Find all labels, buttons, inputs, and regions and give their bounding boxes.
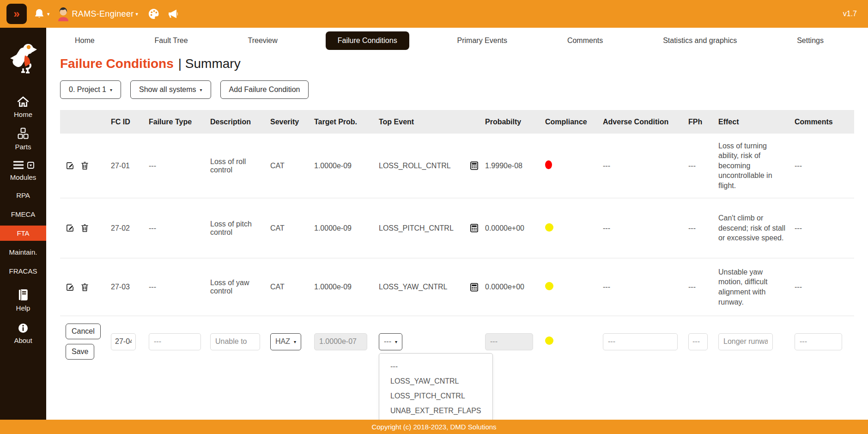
- failure-type-input[interactable]: [149, 333, 201, 350]
- edit-row-icon[interactable]: [66, 161, 74, 170]
- sidebar-item-parts[interactable]: Parts: [0, 123, 46, 155]
- compliance-status-dot: [545, 223, 553, 232]
- delete-row-icon[interactable]: [81, 224, 89, 232]
- tab-statistics-and-graphics[interactable]: Statistics and graphics: [651, 31, 749, 50]
- dropdown-option[interactable]: UNAB_EXT_RETR_FLAPS: [379, 403, 492, 418]
- avatar: [56, 6, 70, 21]
- severity-select[interactable]: HAZ▾: [270, 333, 301, 350]
- home-icon: [17, 96, 29, 109]
- sidebar-item-modules[interactable]: Modules: [0, 155, 46, 186]
- description-cell: Loss of roll control: [210, 158, 270, 174]
- description-cell: Loss of pitch control: [210, 220, 270, 237]
- tab-primary-events[interactable]: Primary Events: [445, 31, 519, 50]
- table-header-row: FC ID Failure Type Description Severity …: [60, 110, 854, 134]
- bell-icon: [33, 8, 45, 20]
- description-input[interactable]: [210, 333, 260, 350]
- probability-cell: 0.0000e+00: [485, 283, 545, 291]
- description-cell: Loss of yaw control: [210, 279, 270, 295]
- page-title: Failure Conditions: [60, 56, 174, 71]
- comments-cell: ---: [795, 224, 854, 232]
- fc-id-cell: 27-03: [111, 283, 149, 291]
- cancel-button[interactable]: Cancel: [66, 324, 101, 339]
- compliance-status-dot: [545, 282, 553, 290]
- tab-fault-tree[interactable]: Fault Tree: [143, 31, 200, 50]
- notifications-menu[interactable]: ▾: [33, 8, 50, 20]
- delete-row-icon[interactable]: [81, 161, 89, 170]
- book-icon: [18, 289, 29, 302]
- modules-dropdown-icon[interactable]: [27, 162, 34, 170]
- comments-input[interactable]: [795, 333, 842, 350]
- app-logo-bird: [7, 41, 39, 76]
- failure-conditions-table: FC ID Failure Type Description Severity …: [60, 110, 854, 360]
- edit-row-icon[interactable]: [66, 224, 74, 232]
- fph-cell: ---: [688, 283, 718, 291]
- effect-cell: Unstable yaw motion, difficult alignment…: [718, 263, 795, 312]
- comments-cell: ---: [795, 283, 854, 291]
- chevron-down-icon: ▾: [200, 87, 202, 92]
- calculator-icon[interactable]: [470, 161, 479, 170]
- sidebar-item-rpa[interactable]: RPA: [0, 186, 46, 205]
- page-subtitle: | Summary: [178, 56, 241, 71]
- footer: Copyright (c) 2018-2023, DMD Solutions: [0, 420, 868, 434]
- sidebar-expand-button[interactable]: »: [6, 4, 27, 24]
- tab-treeview[interactable]: Treeview: [236, 31, 290, 50]
- fc-id-cell: 27-01: [111, 162, 149, 170]
- tab-comments[interactable]: Comments: [555, 31, 615, 50]
- adverse-condition-cell: ---: [603, 224, 688, 232]
- fph-cell: ---: [688, 224, 718, 232]
- sidebar-item-about[interactable]: About: [0, 318, 46, 349]
- table-row: 27-01 --- Loss of roll control CAT 1.000…: [60, 134, 854, 198]
- comments-cell: ---: [795, 162, 854, 170]
- calculator-icon[interactable]: [470, 224, 479, 232]
- main-content: Home Fault Tree Treeview Failure Conditi…: [46, 28, 868, 420]
- module-nav-tabs: Home Fault Tree Treeview Failure Conditi…: [46, 28, 868, 54]
- edit-row-icon[interactable]: [66, 283, 74, 292]
- severity-cell: CAT: [270, 224, 314, 232]
- user-menu[interactable]: RAMS-Engineer ▾: [56, 6, 138, 21]
- fph-cell: ---: [688, 162, 718, 170]
- dropdown-option[interactable]: LOSS_YAW_CNTRL: [379, 374, 492, 389]
- probability-cell: 0.0000e+00: [485, 224, 545, 232]
- probability-input: [485, 333, 533, 350]
- theme-palette-icon[interactable]: [147, 7, 160, 20]
- toolbar: 0. Project 1▾ Show all systems▾ Add Fail…: [46, 71, 868, 99]
- tab-home[interactable]: Home: [63, 31, 107, 50]
- fph-input[interactable]: [688, 333, 708, 350]
- info-icon: [18, 323, 28, 335]
- sidebar-item-fracas[interactable]: FRACAS: [0, 262, 46, 281]
- top-event-cell: LOSS_ROLL_CNTRL: [379, 162, 451, 170]
- target-prob-cell: 1.0000e-09: [314, 162, 379, 170]
- add-failure-condition-button[interactable]: Add Failure Condition: [220, 80, 309, 99]
- compliance-status-dot: [545, 160, 552, 169]
- top-event-cell: LOSS_PITCH_CNTRL: [379, 224, 454, 232]
- sidebar-item-fmeca[interactable]: FMECA: [0, 205, 46, 224]
- effect-cell: Loss of turning ability, risk of becomin…: [718, 136, 795, 196]
- adverse-condition-input[interactable]: [603, 333, 678, 350]
- cubes-icon: [17, 128, 29, 141]
- sidebar-item-home[interactable]: Home: [0, 92, 46, 123]
- delete-row-icon[interactable]: [81, 283, 89, 292]
- target-prob-cell: 1.0000e-09: [314, 283, 379, 291]
- effect-input[interactable]: [718, 333, 773, 350]
- adverse-condition-cell: ---: [603, 283, 688, 291]
- tab-failure-conditions[interactable]: Failure Conditions: [326, 31, 409, 50]
- save-button[interactable]: Save: [66, 344, 94, 360]
- table-row: 27-03 --- Loss of yaw control CAT 1.0000…: [60, 258, 854, 316]
- systems-filter-button[interactable]: Show all systems▾: [130, 80, 211, 99]
- sidebar-item-maintain[interactable]: Maintain.: [0, 243, 46, 262]
- tab-settings[interactable]: Settings: [785, 31, 836, 50]
- dropdown-option[interactable]: ---: [379, 359, 492, 374]
- top-bar: » ▾ RAMS-Engineer ▾ v1.7: [0, 0, 868, 28]
- new-failure-condition-form-row: Cancel Save HAZ▾ ---▾ --- LOSS_YAW_CNTRL: [60, 324, 854, 360]
- severity-cell: CAT: [270, 162, 314, 170]
- calculator-icon[interactable]: [470, 283, 479, 292]
- sidebar-item-fta[interactable]: FTA: [0, 226, 46, 241]
- top-event-select[interactable]: ---▾: [379, 333, 402, 350]
- sidebar-item-help[interactable]: Help: [0, 284, 46, 317]
- severity-cell: CAT: [270, 283, 314, 291]
- fc-id-input[interactable]: [111, 333, 136, 350]
- dropdown-option[interactable]: LOSS_PITCH_CNTRL: [379, 389, 492, 403]
- chevron-down-icon: ▾: [135, 11, 138, 17]
- announcements-megaphone-icon[interactable]: [167, 7, 180, 20]
- project-select-button[interactable]: 0. Project 1▾: [60, 80, 121, 99]
